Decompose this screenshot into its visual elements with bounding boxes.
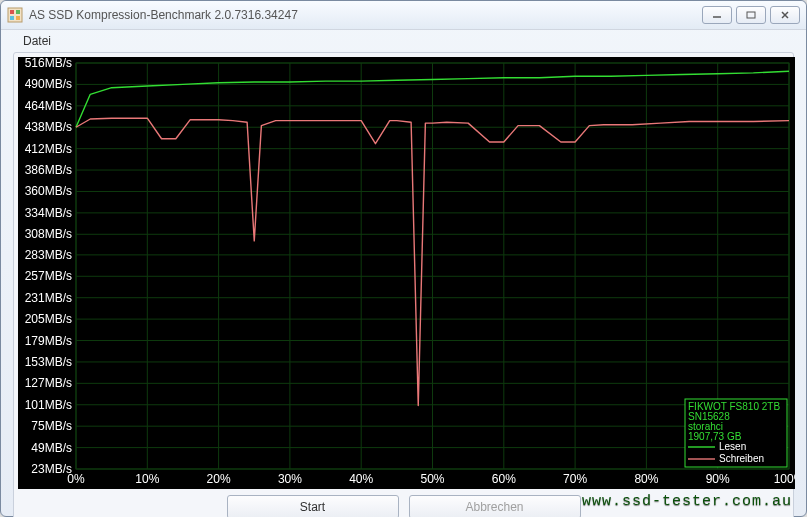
svg-rect-6 xyxy=(747,12,755,18)
svg-text:30%: 30% xyxy=(278,472,302,486)
svg-text:231MB/s: 231MB/s xyxy=(25,291,72,305)
minimize-icon xyxy=(712,11,722,19)
svg-rect-3 xyxy=(10,16,14,20)
chart-svg: 23MB/s49MB/s75MB/s101MB/s127MB/s153MB/s1… xyxy=(18,57,795,489)
svg-rect-2 xyxy=(16,10,20,14)
svg-text:0%: 0% xyxy=(67,472,85,486)
svg-text:179MB/s: 179MB/s xyxy=(25,334,72,348)
svg-text:70%: 70% xyxy=(563,472,587,486)
svg-text:101MB/s: 101MB/s xyxy=(25,398,72,412)
watermark: www.ssd-tester.com.au xyxy=(582,493,792,510)
close-icon xyxy=(780,11,790,19)
window-title: AS SSD Kompression-Benchmark 2.0.7316.34… xyxy=(29,8,702,22)
svg-text:Lesen: Lesen xyxy=(719,441,746,452)
app-icon xyxy=(7,7,23,23)
maximize-icon xyxy=(746,11,756,19)
svg-text:90%: 90% xyxy=(706,472,730,486)
svg-text:100%: 100% xyxy=(774,472,795,486)
svg-text:412MB/s: 412MB/s xyxy=(25,142,72,156)
svg-text:464MB/s: 464MB/s xyxy=(25,99,72,113)
svg-rect-1 xyxy=(10,10,14,14)
svg-text:205MB/s: 205MB/s xyxy=(25,312,72,326)
svg-text:386MB/s: 386MB/s xyxy=(25,163,72,177)
content-panel: 23MB/s49MB/s75MB/s101MB/s127MB/s153MB/s1… xyxy=(13,52,794,517)
svg-text:80%: 80% xyxy=(634,472,658,486)
svg-text:438MB/s: 438MB/s xyxy=(25,120,72,134)
window-controls xyxy=(702,6,800,24)
svg-text:Schreiben: Schreiben xyxy=(719,453,764,464)
svg-text:360MB/s: 360MB/s xyxy=(25,184,72,198)
menu-datei[interactable]: Datei xyxy=(19,32,55,50)
svg-text:516MB/s: 516MB/s xyxy=(25,57,72,70)
svg-text:10%: 10% xyxy=(135,472,159,486)
svg-text:334MB/s: 334MB/s xyxy=(25,206,72,220)
svg-text:49MB/s: 49MB/s xyxy=(31,441,72,455)
svg-text:75MB/s: 75MB/s xyxy=(31,419,72,433)
titlebar: AS SSD Kompression-Benchmark 2.0.7316.34… xyxy=(1,1,806,30)
svg-text:490MB/s: 490MB/s xyxy=(25,77,72,91)
menubar: Datei xyxy=(1,30,806,50)
svg-text:60%: 60% xyxy=(492,472,516,486)
abort-button: Abbrechen xyxy=(409,495,581,517)
close-button[interactable] xyxy=(770,6,800,24)
svg-text:257MB/s: 257MB/s xyxy=(25,269,72,283)
svg-text:153MB/s: 153MB/s xyxy=(25,355,72,369)
app-window: AS SSD Kompression-Benchmark 2.0.7316.34… xyxy=(0,0,807,517)
chart-area: 23MB/s49MB/s75MB/s101MB/s127MB/s153MB/s1… xyxy=(18,57,789,489)
svg-rect-4 xyxy=(16,16,20,20)
svg-text:23MB/s: 23MB/s xyxy=(31,462,72,476)
svg-text:283MB/s: 283MB/s xyxy=(25,248,72,262)
start-button[interactable]: Start xyxy=(227,495,399,517)
svg-text:127MB/s: 127MB/s xyxy=(25,376,72,390)
maximize-button[interactable] xyxy=(736,6,766,24)
svg-text:40%: 40% xyxy=(349,472,373,486)
svg-text:50%: 50% xyxy=(420,472,444,486)
svg-text:20%: 20% xyxy=(207,472,231,486)
svg-text:308MB/s: 308MB/s xyxy=(25,227,72,241)
minimize-button[interactable] xyxy=(702,6,732,24)
